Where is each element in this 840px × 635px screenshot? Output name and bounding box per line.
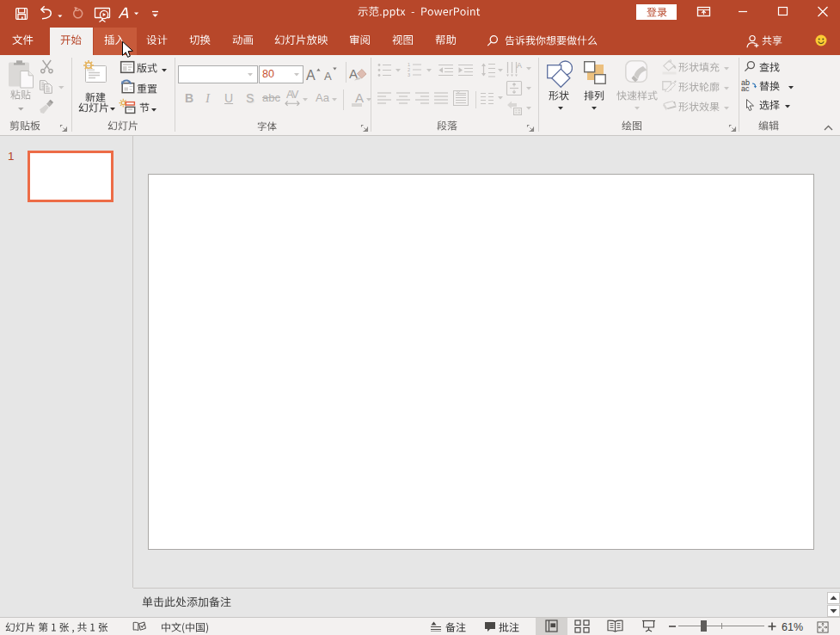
svg-text:A: A [306, 68, 316, 83]
svg-text:A: A [324, 70, 332, 83]
svg-text:ac: ac [741, 84, 750, 91]
svg-text:A: A [517, 61, 522, 70]
svg-text:3: 3 [408, 72, 410, 77]
